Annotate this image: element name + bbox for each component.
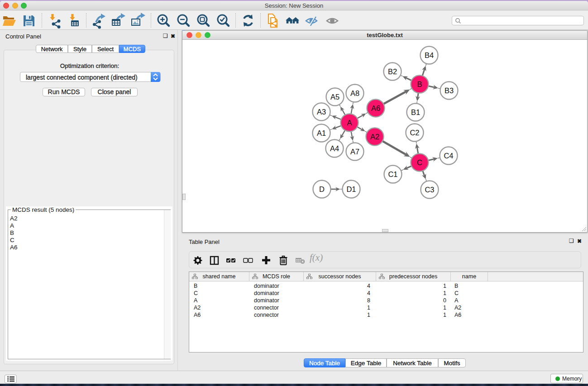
- svg-text:A: A: [347, 119, 352, 127]
- svg-text:C1: C1: [388, 170, 397, 178]
- svg-text:D1: D1: [346, 185, 356, 193]
- svg-text:C3: C3: [425, 186, 434, 194]
- svg-text:A6: A6: [371, 104, 380, 112]
- svg-text:A5: A5: [330, 93, 339, 101]
- svg-text:A3: A3: [317, 108, 326, 116]
- svg-text:B2: B2: [388, 67, 397, 76]
- svg-text:A8: A8: [350, 89, 359, 97]
- svg-text:B1: B1: [411, 108, 420, 116]
- svg-text:C2: C2: [410, 129, 419, 137]
- svg-text:C4: C4: [444, 152, 453, 160]
- svg-text:D: D: [319, 185, 325, 193]
- svg-text:B4: B4: [425, 51, 434, 59]
- svg-text:A1: A1: [317, 129, 326, 137]
- svg-text:A7: A7: [350, 148, 359, 156]
- svg-text:A2: A2: [370, 133, 379, 141]
- svg-text:A4: A4: [330, 144, 339, 152]
- svg-text:C: C: [417, 158, 422, 167]
- svg-text:B3: B3: [445, 86, 454, 95]
- svg-text:B: B: [417, 80, 422, 88]
